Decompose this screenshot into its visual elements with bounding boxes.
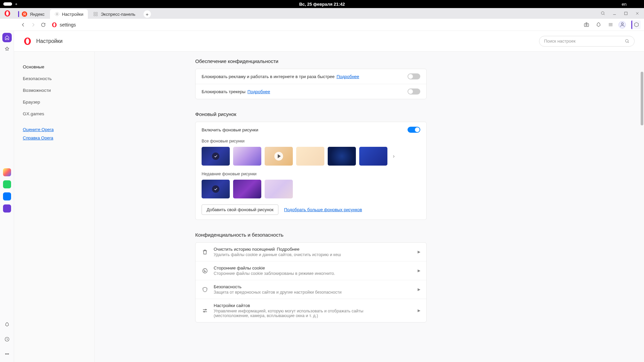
wallpaper-thumb[interactable]	[233, 180, 261, 198]
close-button[interactable]	[633, 9, 641, 17]
clear-history-row[interactable]: Очистить историю посещенийПодробнее Удал…	[196, 243, 426, 261]
svg-rect-5	[96, 12, 98, 14]
minimize-button[interactable]	[610, 9, 619, 17]
keyboard-lang[interactable]: en	[622, 2, 627, 7]
wallpaper-recent-label: Недавние фоновые рисунки	[202, 172, 420, 176]
sidebar-app-vk[interactable]	[3, 192, 11, 200]
adblock-toggle[interactable]	[408, 73, 420, 79]
wallpaper-next-button[interactable]: ›	[391, 153, 397, 159]
tab-label: Экспресс-панель	[101, 12, 135, 17]
opera-logo-icon[interactable]	[4, 10, 11, 17]
opera-favicon-icon	[52, 22, 57, 27]
search-tabs-button[interactable]	[599, 9, 607, 17]
svg-point-20	[26, 38, 29, 44]
wallpaper-thumb[interactable]	[359, 147, 387, 166]
row-desc: Удалить файлы cookie и данные сайтов, оч…	[214, 252, 375, 257]
tab-label: Настройки	[62, 12, 84, 17]
svg-point-27	[204, 311, 205, 312]
row-title: Безопасность	[214, 284, 412, 289]
sidebar-app-player[interactable]	[3, 204, 11, 213]
os-clock[interactable]: Вс, 25 февраля 21:42	[299, 2, 345, 7]
easy-setup-button[interactable]	[606, 21, 614, 29]
wallpaper-thumb[interactable]	[202, 147, 230, 166]
site-settings-row[interactable]: Настройки сайтов Управление информацией,…	[196, 299, 426, 322]
cookies-row[interactable]: Сторонние файлы cookie Сторонние файлы c…	[196, 261, 426, 280]
snapshot-button[interactable]	[582, 21, 590, 29]
chevron-right-icon: ▶	[418, 308, 420, 313]
check-icon	[212, 185, 219, 193]
opera-logo-icon	[23, 37, 32, 45]
nav-item-features[interactable]: Возможности	[19, 84, 90, 96]
sidebar-app-aria[interactable]	[3, 168, 11, 176]
yandex-icon: Я	[22, 11, 27, 17]
wallpaper-thumb[interactable]	[296, 147, 324, 166]
bookmark-button[interactable]	[594, 21, 602, 29]
row-title: Настройки сайтов	[214, 303, 412, 308]
wallpaper-thumb[interactable]	[328, 147, 356, 166]
learn-more-link[interactable]: Подробнее	[277, 247, 299, 252]
wallpaper-thumb[interactable]	[265, 147, 293, 166]
scrollbar-thumb[interactable]	[641, 72, 643, 125]
row-desc: Защита от вредоносных сайтов и другие на…	[214, 290, 375, 295]
wallpaper-thumb[interactable]	[233, 147, 261, 166]
url-field[interactable]: settings	[52, 22, 76, 27]
section-heading: Конфиденциальность и безопасность	[195, 232, 427, 238]
sidebar-app-whatsapp[interactable]	[3, 180, 11, 188]
row-title: Сторонние файлы cookie	[214, 265, 412, 270]
sidebar-history[interactable]	[2, 335, 12, 344]
tab-yandex[interactable]: Я Яндекс	[13, 9, 49, 19]
activities-pill[interactable]	[3, 2, 12, 6]
add-wallpaper-button[interactable]: Добавить свой фоновый рисунок	[202, 204, 278, 215]
sidebar-pinboards[interactable]	[2, 320, 12, 329]
wallpaper-thumb[interactable]	[265, 180, 293, 198]
cookie-icon	[202, 267, 208, 274]
extensions-button[interactable]	[631, 20, 641, 29]
sidebar-home[interactable]	[2, 33, 12, 42]
svg-point-16	[5, 354, 6, 354]
settings-nav: Основные Безопасность Возможности Браузе…	[14, 52, 95, 362]
os-menubar: Вс, 25 февраля 21:42 en	[0, 0, 644, 8]
learn-more-link[interactable]: Подробнее	[336, 74, 359, 79]
new-tab-button[interactable]: +	[144, 10, 151, 18]
row-title: Очистить историю посещений	[214, 247, 275, 252]
learn-more-link[interactable]: Подробнее	[248, 89, 270, 94]
rate-opera-link[interactable]: Оцените Opera	[19, 127, 90, 132]
play-icon	[274, 152, 283, 161]
forward-button[interactable]	[28, 20, 38, 30]
sidebar-bookmarks[interactable]	[2, 44, 12, 54]
wallpaper-toggle[interactable]	[408, 127, 420, 133]
svg-point-22	[203, 268, 207, 273]
address-bar: settings	[0, 19, 644, 31]
tracker-toggle[interactable]	[408, 88, 420, 95]
gear-icon	[55, 12, 59, 16]
back-button[interactable]	[18, 20, 28, 30]
tab-speeddial[interactable]: Экспресс-панель	[89, 9, 140, 19]
svg-point-8	[601, 12, 604, 14]
profile-button[interactable]	[619, 21, 626, 28]
settings-content[interactable]: Обеспечение конфиденциальности Блокирова…	[95, 52, 644, 362]
adblock-row: Блокировать рекламу и работать в интерне…	[196, 69, 426, 84]
section-heading: Обеспечение конфиденциальности	[195, 58, 427, 64]
chevron-right-icon: ▶	[418, 250, 420, 254]
safety-row[interactable]: Безопасность Защита от вредоносных сайто…	[196, 280, 426, 299]
svg-point-17	[6, 354, 7, 354]
nav-item-gxgames[interactable]: GX.games	[19, 108, 90, 120]
more-wallpapers-link[interactable]: Подобрать больше фоновых рисунков	[284, 207, 362, 212]
svg-point-26	[205, 309, 206, 310]
tab-settings[interactable]: Настройки	[50, 9, 88, 19]
svg-point-11	[53, 23, 55, 26]
nav-item-security[interactable]: Безопасность	[19, 73, 90, 84]
svg-point-14	[621, 23, 623, 25]
nav-item-browser[interactable]: Браузер	[19, 96, 90, 108]
help-opera-link[interactable]: Справка Opera	[19, 135, 90, 140]
settings-search[interactable]: Поиск настроек	[539, 36, 635, 47]
settings-header: Настройки Поиск настроек	[14, 31, 644, 52]
row-label: Блокировать рекламу и работать в интерне…	[202, 74, 334, 79]
svg-rect-9	[625, 12, 627, 15]
nav-item-basic[interactable]: Основные	[19, 61, 90, 73]
settings-page: Настройки Поиск настроек Основные Безопа…	[14, 31, 644, 362]
wallpaper-thumb[interactable]	[202, 180, 230, 198]
reload-button[interactable]	[38, 20, 48, 30]
maximize-button[interactable]	[622, 9, 630, 17]
sidebar-more[interactable]	[2, 349, 12, 359]
